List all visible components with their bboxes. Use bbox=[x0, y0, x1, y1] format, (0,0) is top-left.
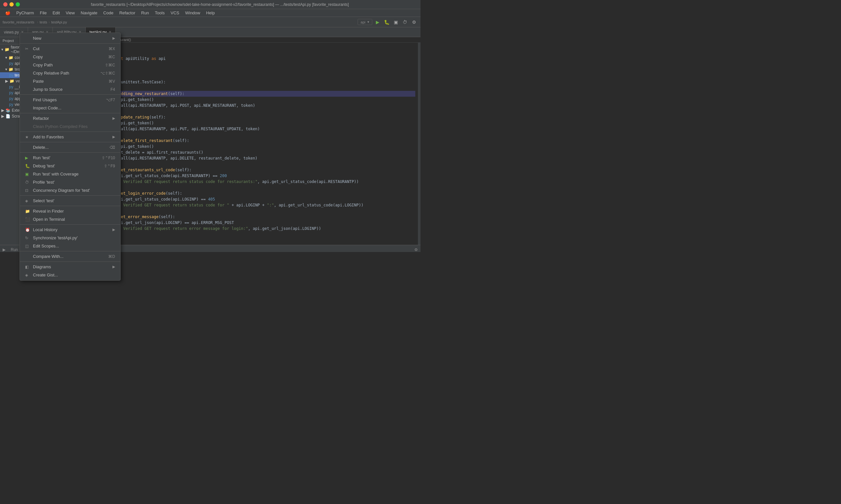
cm-reveal[interactable]: 📁 Reveal in Finder bbox=[20, 207, 120, 215]
terminal-icon: ⬛ bbox=[25, 217, 30, 222]
favorites-arrow-icon: ▶ bbox=[113, 135, 115, 139]
cm-add-favorites[interactable]: ★ Add to Favorites ▶ bbox=[20, 133, 120, 141]
history-icon: ⏰ bbox=[25, 228, 30, 232]
cm-reveal-label: Reveal in Finder bbox=[33, 209, 64, 214]
select-icon: ◈ bbox=[25, 199, 30, 203]
cm-jump-label: Jump to Source bbox=[33, 87, 63, 92]
debug-test-icon: 🐛 bbox=[25, 164, 30, 168]
context-menu: New ▶ ✂ Cut ⌘X Copy ⌘C Copy Path ⇧⌘C bbox=[20, 33, 121, 252]
cm-copy-relative-path[interactable]: Copy Relative Path ⌥⇧⌘C bbox=[20, 69, 120, 77]
cut-icon: ✂ bbox=[25, 47, 30, 51]
sep-2 bbox=[20, 94, 120, 95]
run-test-shortcut: ⇧⌃F10 bbox=[102, 156, 115, 160]
cm-delete-label: Delete... bbox=[33, 145, 49, 150]
edit-scopes-icon: ◫ bbox=[25, 244, 30, 248]
reveal-icon: 📁 bbox=[25, 209, 30, 214]
concurrency-icon: ⊡ bbox=[25, 188, 30, 193]
cm-concurrency[interactable]: ⊡ Concurrency Diagram for 'test' bbox=[20, 186, 120, 194]
jump-shortcut: F4 bbox=[110, 87, 115, 92]
cm-local-history[interactable]: ⏰ Local History ▶ bbox=[20, 226, 120, 234]
cm-coverage[interactable]: ▣ Run 'test' with Coverage bbox=[20, 170, 120, 178]
cm-coverage-label: Run 'test' with Coverage bbox=[33, 172, 79, 177]
cm-copy-path-label: Copy Path bbox=[33, 62, 53, 67]
cm-delete[interactable]: Delete... ⌫ bbox=[20, 143, 120, 151]
find-shortcut: ⌥F7 bbox=[106, 98, 115, 102]
sep-7 bbox=[20, 195, 120, 196]
cm-run-test[interactable]: ▶ Run 'test' ⇧⌃F10 bbox=[20, 154, 120, 162]
cm-edit-scopes[interactable]: ◫ Edit Scopes... bbox=[20, 242, 120, 250]
cm-find-label: Find Usages bbox=[33, 97, 57, 102]
sep-5 bbox=[20, 142, 120, 142]
copy-shortcut: ⌘C bbox=[108, 55, 115, 59]
cm-copy-path[interactable]: Copy Path ⇧⌘C bbox=[20, 61, 120, 69]
cm-find-usages[interactable]: Find Usages ⌥F7 bbox=[20, 96, 120, 104]
cm-history-label: Local History bbox=[33, 227, 57, 232]
cm-copy[interactable]: Copy ⌘C bbox=[20, 53, 120, 61]
sync-icon: ↻ bbox=[25, 236, 30, 240]
cm-new[interactable]: New ▶ bbox=[20, 34, 120, 42]
cm-cut[interactable]: ✂ Cut ⌘X bbox=[20, 44, 120, 53]
cm-sync-label: Synchronize 'testApi.py' bbox=[33, 235, 78, 240]
run-test-icon: ▶ bbox=[25, 156, 30, 160]
cm-paste-label: Paste bbox=[33, 79, 44, 84]
debug-test-shortcut: ⇧⌃F9 bbox=[104, 164, 115, 168]
favorites-icon: ★ bbox=[25, 135, 30, 139]
copy-rel-shortcut: ⌥⇧⌘C bbox=[100, 71, 115, 75]
cm-copy-label: Copy bbox=[33, 54, 43, 59]
cm-concurrency-label: Concurrency Diagram for 'test' bbox=[33, 188, 90, 193]
cm-sync[interactable]: ↻ Synchronize 'testApi.py' bbox=[20, 234, 120, 242]
cm-profile[interactable]: ⏱ Profile 'test' bbox=[20, 178, 120, 186]
cm-new-label: New bbox=[33, 36, 41, 41]
coverage-icon: ▣ bbox=[25, 172, 30, 177]
cm-inspect-label: Inspect Code... bbox=[33, 106, 61, 110]
cm-cut-label: Cut bbox=[33, 46, 39, 51]
delete-shortcut: ⌫ bbox=[109, 145, 115, 150]
context-menu-overlay[interactable]: New ▶ ✂ Cut ⌘X Copy ⌘C Copy Path ⇧⌘C bbox=[0, 0, 420, 252]
cm-clean-label: Clean Python Compiled Files bbox=[33, 124, 88, 129]
cm-debug-test[interactable]: 🐛 Debug 'test' ⇧⌃F9 bbox=[20, 162, 120, 170]
cm-debug-test-label: Debug 'test' bbox=[33, 163, 55, 168]
sep-4 bbox=[20, 131, 120, 132]
sep-10 bbox=[20, 251, 120, 251]
cm-favorites-label: Add to Favorites bbox=[33, 134, 64, 139]
cm-select[interactable]: ◈ Select 'test' bbox=[20, 197, 120, 205]
cut-shortcut: ⌘X bbox=[108, 47, 115, 51]
cm-paste[interactable]: Paste ⌘V bbox=[20, 77, 120, 85]
cm-refactor-label: Refactor bbox=[33, 116, 49, 121]
profile-icon: ⏱ bbox=[25, 180, 30, 185]
history-arrow-icon: ▶ bbox=[113, 228, 115, 232]
cm-profile-label: Profile 'test' bbox=[33, 180, 54, 185]
cm-copy-rel-label: Copy Relative Path bbox=[33, 71, 69, 75]
cm-open-terminal[interactable]: ⬛ Open in Terminal bbox=[20, 215, 120, 223]
cm-edit-label: Edit Scopes... bbox=[33, 244, 59, 248]
refactor-arrow-icon: ▶ bbox=[113, 116, 115, 121]
paste-shortcut: ⌘V bbox=[108, 79, 115, 84]
copy-path-shortcut: ⇧⌘C bbox=[105, 63, 115, 67]
cm-run-test-label: Run 'test' bbox=[33, 155, 50, 160]
cm-inspect[interactable]: Inspect Code... bbox=[20, 104, 120, 112]
cm-refactor[interactable]: Refactor ▶ bbox=[20, 114, 120, 122]
new-arrow-icon: ▶ bbox=[113, 36, 115, 40]
cm-select-label: Select 'test' bbox=[33, 198, 54, 203]
sep-8 bbox=[20, 206, 120, 206]
sep-3 bbox=[20, 113, 120, 113]
cm-jump-to-source[interactable]: Jump to Source F4 bbox=[20, 85, 120, 93]
sep-6 bbox=[20, 152, 120, 153]
cm-terminal-label: Open in Terminal bbox=[33, 217, 65, 222]
cm-clean-python: Clean Python Compiled Files bbox=[20, 122, 120, 130]
